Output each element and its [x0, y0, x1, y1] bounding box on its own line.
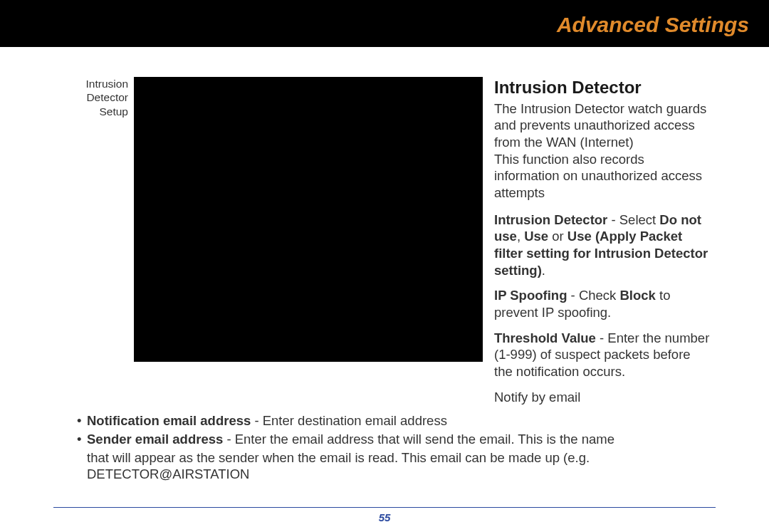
- notify-by-email: Notify by email: [494, 389, 712, 406]
- caption-line: Detector: [71, 90, 128, 104]
- page-number: 55: [0, 511, 769, 523]
- bullet-list: • Notification email address - Enter des…: [28, 405, 741, 483]
- bullet-sender-email: • Sender email address - Enter the email…: [63, 431, 712, 448]
- section-heading: Intrusion Detector: [494, 77, 712, 99]
- bullet-notification-email: • Notification email address - Enter des…: [63, 412, 712, 429]
- caption-line: Setup: [71, 105, 128, 118]
- header-band: Advanced Settings: [0, 0, 769, 47]
- caption-line: Intrusion: [71, 77, 128, 90]
- bullet-sender-email-cont: that will appear as the sender when the …: [63, 449, 712, 466]
- option-intrusion-detector: Intrusion Detector - Select Do not use, …: [494, 212, 712, 279]
- bullet-sender-email-cont: DETECTOR@AIRSTATION: [63, 466, 712, 483]
- screenshot-placeholder: [134, 77, 483, 362]
- intro-text: This function also records information o…: [494, 152, 702, 200]
- footer-rule: [53, 507, 716, 508]
- option-ip-spoofing: IP Spoofing - Check Block to prevent IP …: [494, 287, 712, 320]
- page-content: Intrusion Detector Setup Intrusion Detec…: [0, 77, 769, 483]
- header-title: Advanced Settings: [557, 13, 749, 36]
- option-threshold: Threshold Value - Enter the number (1-99…: [494, 330, 712, 380]
- figure-caption: Intrusion Detector Setup: [28, 77, 134, 118]
- intro-text: The Intrusion Detector watch guards and …: [494, 101, 706, 150]
- description-column: Intrusion Detector The Intrusion Detecto…: [494, 77, 741, 405]
